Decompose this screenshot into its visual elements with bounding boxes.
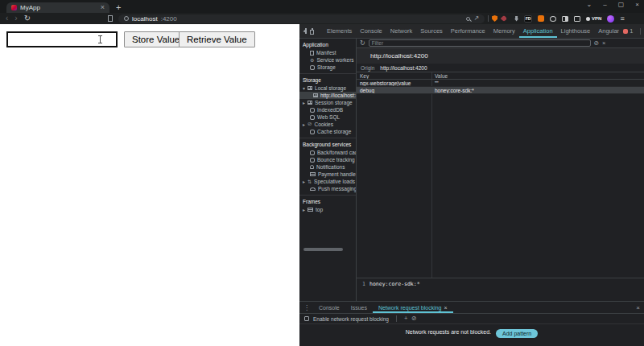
service-workers-icon: ⚙ — [310, 58, 314, 63]
add-pattern-button[interactable]: Add pattern — [496, 329, 538, 338]
sidebar-item-top-frame[interactable]: ▸ top — [299, 206, 356, 213]
tab-application[interactable]: Application — [519, 24, 557, 38]
zoom-icon[interactable] — [466, 17, 470, 21]
expander-closed-icon[interactable]: ▸ — [303, 122, 305, 127]
enable-blocking-checkbox[interactable] — [304, 316, 309, 321]
tab-sources[interactable]: Sources — [416, 24, 447, 38]
devtools-tabbar: Elements Console Network Sources Perform… — [299, 24, 644, 39]
table-row-selected[interactable]: debug honey:core-sdk:* — [357, 87, 644, 94]
storage-data-grid: Key Value ngx-webstorage|value "" debug … — [357, 72, 644, 278]
drawer-tab-console[interactable]: Console — [313, 302, 345, 313]
drawer-tab-close-icon[interactable]: × — [444, 305, 448, 311]
sidebar-item-web-sql[interactable]: Web SQL — [299, 113, 356, 121]
column-value[interactable]: Value — [431, 73, 644, 79]
retrieve-value-button[interactable]: Retrieve Value — [179, 31, 255, 47]
page-favicon-icon — [11, 5, 17, 10]
sidebar-item-service-workers[interactable]: ⚙ Service workers — [299, 56, 356, 64]
sidebar-item-bounce-tracking[interactable]: Bounce tracking mitigations — [299, 156, 356, 163]
sidebar-item-session-storage[interactable]: ▸ Session storage — [299, 99, 356, 106]
browser-menu-icon[interactable]: ≡ — [620, 15, 624, 23]
local-storage-icon — [308, 86, 312, 90]
drawer-close-icon[interactable]: × — [636, 304, 640, 311]
tab-console[interactable]: Console — [356, 24, 386, 38]
inspect-element-icon[interactable] — [305, 28, 307, 34]
drawer-menu-icon[interactable]: ⋮ — [303, 304, 310, 311]
address-bar[interactable]: localhost :4200 ↗ — [118, 14, 485, 23]
tab-angular[interactable]: Angular — [594, 24, 623, 38]
value-input[interactable] — [6, 31, 118, 47]
tab-performance[interactable]: Performance — [447, 24, 489, 38]
flame-extension-icon[interactable] — [501, 15, 507, 22]
url-port: :4200 — [161, 15, 177, 23]
window-close-icon[interactable]: × — [635, 1, 639, 8]
drawer-tab-network-blocking[interactable]: Network request blocking × — [373, 302, 453, 313]
sidebar-item-indexeddb[interactable]: IndexedDB — [299, 106, 356, 113]
expander-closed-icon[interactable]: ▸ — [303, 179, 305, 184]
back-icon[interactable]: ‹ — [6, 14, 8, 23]
storage-toolbar: ↻ Filter ⊘ × — [357, 39, 644, 48]
table-row[interactable]: ngx-webstorage|value "" — [357, 80, 644, 87]
toolbar-extensions: FD VPN ≡ — [514, 15, 625, 23]
sidebar-item-cookies[interactable]: ▸ ⊘ Cookies — [299, 121, 356, 128]
browser-toolbar: ‹ › ↻ localhost :4200 ↗ FD VPN ≡ — [0, 13, 644, 24]
orange-extension-icon[interactable] — [538, 15, 544, 22]
drawer-tab-issues[interactable]: Issues — [345, 302, 373, 313]
clear-all-icon[interactable]: ⊘ — [594, 40, 599, 47]
window-maximize-icon[interactable]: ▢ — [618, 1, 625, 8]
section-storage: Storage — [299, 74, 356, 84]
share-icon[interactable]: ↗ — [473, 15, 479, 22]
sidebar-item-speculative-loads[interactable]: ▸ ⇅ Speculative loads — [299, 178, 356, 185]
add-pattern-icon[interactable]: + — [404, 315, 407, 322]
tab-close-icon[interactable]: × — [101, 4, 105, 11]
remove-patterns-icon[interactable]: ⊘ — [411, 315, 416, 322]
tab-network[interactable]: Network — [386, 24, 417, 38]
refresh-icon[interactable]: ↻ — [360, 40, 365, 47]
origin-label: Origin — [361, 65, 374, 71]
sidebar-item-payment-handler[interactable]: Payment handler — [299, 171, 356, 178]
reload-icon[interactable]: ↻ — [24, 14, 31, 23]
sidebar-item-bf-cache[interactable]: Back/forward cache — [299, 149, 356, 156]
forward-icon[interactable]: › — [14, 14, 17, 23]
vpn-badge[interactable]: VPN — [586, 16, 601, 21]
line-number: 1 — [357, 281, 369, 301]
extensions-pin-icon[interactable] — [514, 16, 518, 22]
error-count-badge[interactable]: 1 — [623, 27, 633, 35]
new-tab-button[interactable]: + — [116, 3, 121, 13]
chat-extension-icon[interactable] — [550, 16, 556, 22]
split-view-icon[interactable] — [562, 16, 568, 22]
tab-group-icon[interactable] — [574, 16, 580, 22]
manifest-icon — [310, 51, 314, 56]
web-sql-icon — [310, 115, 315, 120]
fd-extension-badge[interactable]: FD — [524, 15, 532, 23]
expander-closed-icon[interactable]: ▸ — [303, 208, 305, 212]
tab-lighthouse[interactable]: Lighthouse — [557, 24, 595, 38]
profile-avatar[interactable] — [607, 15, 614, 23]
sidebar-item-manifest[interactable]: Manifest — [299, 49, 356, 56]
blocking-empty-text: Network requests are not blocked. — [406, 329, 491, 335]
filter-input[interactable]: Filter — [369, 39, 591, 47]
sidebar-item-notifications[interactable]: Notifications — [299, 163, 356, 171]
sidebar-item-storage[interactable]: Storage — [299, 64, 356, 71]
cache-storage-icon — [310, 130, 315, 134]
sidebar-horizontal-scrollbar[interactable] — [303, 248, 343, 251]
tab-memory[interactable]: Memory — [489, 24, 519, 38]
expander-closed-icon[interactable]: ▸ — [303, 101, 305, 105]
sidebar-item-local-storage[interactable]: ▾ Local storage — [299, 84, 356, 92]
window-dropdown-icon[interactable]: ⌄ — [587, 1, 592, 8]
device-toolbar-icon[interactable] — [312, 28, 313, 34]
sidebar-item-cache-storage[interactable]: Cache storage — [299, 128, 356, 135]
expander-open-icon[interactable]: ▾ — [303, 86, 305, 91]
web-page: Store Value Retrieve Value — [0, 24, 299, 346]
error-icon — [623, 29, 628, 34]
browser-tab[interactable]: MyApp × — [6, 2, 109, 13]
delete-selected-icon[interactable]: × — [602, 40, 605, 47]
sidebar-item-push-messaging[interactable]: Push messaging — [299, 185, 356, 192]
bookmark-panel-icon[interactable] — [108, 15, 113, 22]
sidebar-item-origin[interactable]: http://localhost:4200 — [299, 92, 356, 99]
cookies-icon: ⊘ — [308, 122, 312, 127]
tab-elements[interactable]: Elements — [323, 24, 356, 38]
window-minimize-icon[interactable]: – — [603, 1, 606, 8]
site-info-icon[interactable] — [124, 16, 129, 21]
column-key[interactable]: Key — [357, 73, 431, 79]
shield-extension-icon[interactable] — [492, 15, 497, 22]
